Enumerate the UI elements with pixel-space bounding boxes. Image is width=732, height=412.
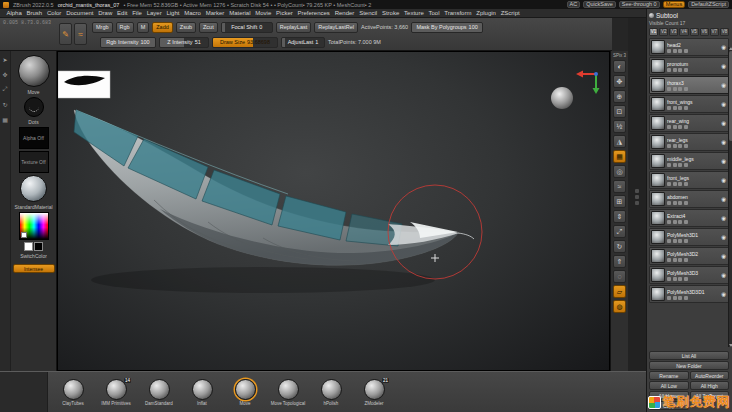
actual-size-icon[interactable]: ⊡ (613, 105, 626, 118)
intensee-button[interactable]: Intensee (13, 264, 55, 273)
eye-icon[interactable]: ◉ (721, 82, 726, 88)
brush-preset[interactable]: 21 ZModeler (356, 379, 392, 406)
grid-tool-icon[interactable]: ▦ (2, 116, 8, 123)
menu-item[interactable]: Transform (442, 10, 474, 16)
view-tab[interactable]: V8 (720, 28, 729, 36)
aa-half-icon[interactable]: ½ (613, 120, 626, 133)
subtool-scrollbar[interactable] (728, 47, 732, 347)
eye-icon[interactable]: ◉ (721, 101, 726, 107)
pointer-icon[interactable]: ➤ (2, 56, 7, 63)
new-folder-button[interactable]: New Folder (649, 361, 729, 370)
menu-item[interactable]: Document (64, 10, 96, 16)
view-tab[interactable]: V1 (649, 28, 658, 36)
eye-icon[interactable]: ◉ (721, 215, 726, 221)
view-tab[interactable]: V5 (690, 28, 699, 36)
bpr-render-icon[interactable]: ◐ (613, 60, 626, 73)
zcut-button[interactable]: Zcut (199, 22, 218, 33)
lsym-icon[interactable]: ≈ (613, 180, 626, 193)
tray-divider[interactable] (628, 9, 646, 412)
material-selector[interactable] (20, 175, 47, 202)
alpha-selector[interactable]: Alpha Off (19, 127, 49, 149)
default-zscript-button[interactable]: DefaultZScript (688, 1, 729, 8)
zsub-button[interactable]: Zsub (176, 22, 196, 33)
subtool-row[interactable]: rear_legs ◉ (649, 133, 729, 151)
brush-preset[interactable]: 14 IMM Primitives (98, 379, 134, 406)
menu-item[interactable]: Preferences (295, 10, 332, 16)
menu-item[interactable]: Brush (24, 10, 44, 16)
menu-item[interactable]: Layer (144, 10, 164, 16)
list-all-button[interactable]: List All (649, 351, 729, 360)
brush-preset[interactable]: DamStandard (141, 379, 177, 406)
subtool-row[interactable]: head2 ◉ (649, 38, 729, 56)
eye-icon[interactable]: ◉ (721, 196, 726, 202)
rgb-button[interactable]: Rgb (116, 22, 134, 33)
stroke-selector[interactable] (24, 97, 44, 117)
scale-tool-icon[interactable]: ⤢ (3, 86, 8, 93)
floor-grid-icon[interactable]: ▦ (613, 150, 626, 163)
subtool-row[interactable]: abdomen ◉ (649, 190, 729, 208)
scale-canvas-icon[interactable]: ⤢ (613, 225, 626, 238)
menu-item[interactable]: Picker (274, 10, 295, 16)
menu-item[interactable]: Material (227, 10, 253, 16)
brush-preset[interactable]: Move (227, 379, 263, 406)
persp-icon[interactable]: ◮ (613, 135, 626, 148)
secondary-color-swatch[interactable] (34, 242, 43, 251)
eye-icon[interactable]: ◉ (721, 44, 726, 50)
subtool-row[interactable]: middle_legs ◉ (649, 152, 729, 170)
move-tool-icon[interactable]: ✥ (2, 71, 7, 78)
see-through-slider[interactable]: See-through 0 (619, 1, 660, 8)
view-tab[interactable]: V7 (710, 28, 719, 36)
ghost-icon[interactable]: ◍ (613, 300, 626, 313)
m-button[interactable]: M (137, 22, 150, 33)
subtool-row[interactable]: rear_wing ◉ (649, 114, 729, 132)
adjust-last-slider[interactable]: AdjustLast1 (281, 37, 325, 48)
mrgb-button[interactable]: Mrgb (92, 22, 113, 33)
menu-item[interactable]: Alpha (4, 10, 24, 16)
xpose-icon[interactable]: ⇑ (613, 255, 626, 268)
subtool-row[interactable]: pronotum ◉ (649, 57, 729, 75)
subtool-action-button[interactable]: AutoReorder (690, 371, 730, 380)
eye-icon[interactable]: ◉ (721, 158, 726, 164)
rgb-intensity-slider[interactable]: Rgb Intensity100 (100, 37, 156, 48)
eye-icon[interactable]: ◉ (721, 291, 726, 297)
view-tab[interactable]: V2 (659, 28, 668, 36)
eye-icon[interactable]: ◉ (721, 63, 726, 69)
transp-icon[interactable]: ▱ (613, 285, 626, 298)
texture-selector[interactable]: Texture Off (19, 151, 49, 173)
color-picker[interactable] (19, 212, 49, 240)
brush-preset[interactable]: ClayTubes (55, 379, 91, 406)
replay-last-button[interactable]: ReplayLast (276, 22, 312, 33)
subtool-action-button[interactable]: All High (690, 381, 730, 390)
subtool-row[interactable]: front_wings ◉ (649, 95, 729, 113)
eye-icon[interactable]: ◉ (721, 253, 726, 259)
menu-item[interactable]: Light (164, 10, 182, 16)
mask-by-polygroups-slider[interactable]: Mask By Polygroups100 (411, 22, 483, 33)
menu-item[interactable]: Color (45, 10, 64, 16)
subtool-row[interactable]: PolyMesh3D2 ◉ (649, 247, 729, 265)
menu-item[interactable]: Stroke (380, 10, 402, 16)
rotate-tool-icon[interactable]: ↻ (2, 101, 7, 108)
subtool-row[interactable]: PolyMesh3D1 ◉ (649, 228, 729, 246)
draw-size-slider[interactable]: Draw Size93.68698 (212, 37, 278, 48)
mantis-thorax-model[interactable] (74, 110, 474, 265)
menu-item[interactable]: Draw (96, 10, 115, 16)
quicksave-button[interactable]: QuickSave (583, 1, 616, 8)
menu-item[interactable]: Render (332, 10, 356, 16)
eye-icon[interactable]: ◉ (721, 120, 726, 126)
frame-mesh-icon[interactable]: ⊞ (613, 195, 626, 208)
move-canvas-icon[interactable]: ⇕ (613, 210, 626, 223)
main-color-swatch[interactable] (24, 242, 33, 251)
zoom-doc-icon[interactable]: ⊕ (613, 90, 626, 103)
current-brush-thumbnail[interactable] (18, 55, 50, 87)
subtool-row[interactable]: front_legs ◉ (649, 171, 729, 189)
menus-toggle[interactable]: Menus (663, 1, 686, 8)
menu-item[interactable]: Edit (115, 10, 130, 16)
menu-item[interactable]: Macro (182, 10, 203, 16)
menu-item[interactable]: File (130, 10, 144, 16)
ac-button[interactable]: AC (567, 1, 581, 8)
rotate-canvas-icon[interactable]: ↻ (613, 240, 626, 253)
subtool-action-button[interactable]: Rename (649, 371, 689, 380)
scroll-doc-icon[interactable]: ✥ (613, 75, 626, 88)
brush-preset[interactable]: Move Topological (270, 379, 306, 406)
menu-item[interactable]: Stencil (357, 10, 380, 16)
